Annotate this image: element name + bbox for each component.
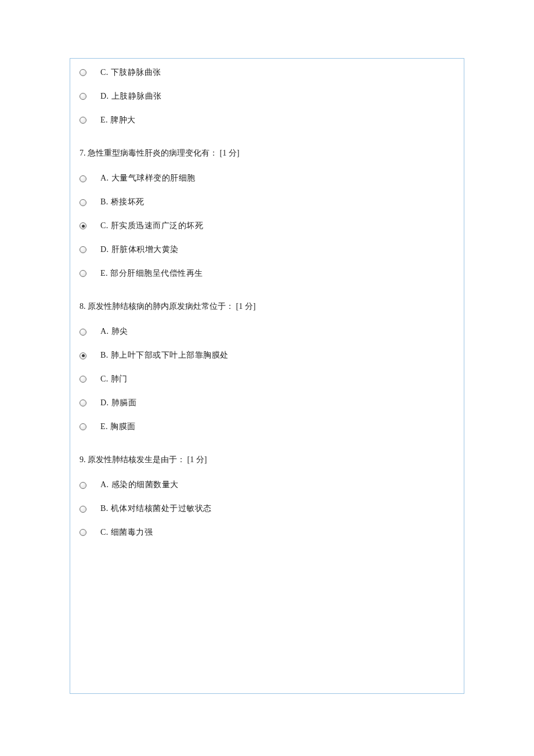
radio-icon[interactable] xyxy=(80,329,86,336)
radio-col xyxy=(80,175,100,182)
q9-option-c[interactable]: C. 细菌毒力强 xyxy=(80,521,454,545)
option-label: B. 肺上叶下部或下叶上部靠胸膜处 xyxy=(100,351,229,361)
question-text: 9. 原发性肺结核发生是由于： [1 分] xyxy=(80,455,207,464)
radio-icon[interactable] xyxy=(80,529,86,536)
radio-icon[interactable] xyxy=(80,69,86,76)
option-label: E. 脾肿大 xyxy=(100,116,136,125)
q7-option-a[interactable]: A. 大量气球样变的肝细胞 xyxy=(80,167,454,190)
q7-option-d[interactable]: D. 肝脏体积增大黄染 xyxy=(80,238,454,262)
radio-col xyxy=(80,117,100,124)
option-label: C. 下肢静脉曲张 xyxy=(100,68,161,78)
q8-option-a[interactable]: A. 肺尖 xyxy=(80,320,454,344)
question-text: 7. 急性重型病毒性肝炎的病理变化有： [1 分] xyxy=(80,149,239,157)
radio-icon[interactable] xyxy=(80,93,86,100)
radio-icon[interactable] xyxy=(80,117,86,124)
q8-option-d[interactable]: D. 肺膈面 xyxy=(80,391,454,415)
q6-option-c[interactable]: C. 下肢静脉曲张 xyxy=(80,64,454,85)
option-label: D. 肺膈面 xyxy=(100,398,136,408)
question-frame: C. 下肢静脉曲张 D. 上肢静脉曲张 E. 脾肿大 7. 急性重型病毒性肝炎的… xyxy=(70,58,464,694)
option-label: D. 肝脏体积增大黄染 xyxy=(100,245,179,255)
radio-col xyxy=(80,399,100,406)
radio-icon[interactable] xyxy=(80,482,86,489)
radio-icon[interactable] xyxy=(80,270,86,277)
radio-col xyxy=(80,376,100,383)
option-label: B. 机体对结核菌处于过敏状态 xyxy=(100,504,212,514)
radio-col xyxy=(80,69,100,76)
radio-icon[interactable] xyxy=(80,222,86,229)
option-label: A. 感染的细菌数量大 xyxy=(100,480,179,490)
option-label: D. 上肢静脉曲张 xyxy=(100,92,162,102)
radio-col xyxy=(80,93,100,100)
q9-option-b[interactable]: B. 机体对结核菌处于过敏状态 xyxy=(80,497,454,521)
q6-option-e[interactable]: E. 脾肿大 xyxy=(80,109,454,132)
q8-option-b[interactable]: B. 肺上叶下部或下叶上部靠胸膜处 xyxy=(80,344,454,368)
question-text: 8. 原发性肺结核病的肺内原发病灶常位于： [1 分] xyxy=(80,302,255,311)
radio-icon[interactable] xyxy=(80,199,86,206)
radio-col xyxy=(80,270,100,277)
option-label: A. 肺尖 xyxy=(100,327,128,337)
radio-icon[interactable] xyxy=(80,175,86,182)
radio-col xyxy=(80,329,100,336)
q8-option-e[interactable]: E. 胸膜面 xyxy=(80,415,454,439)
q9-text: 9. 原发性肺结核发生是由于： [1 分] xyxy=(80,438,454,473)
radio-icon[interactable] xyxy=(80,506,86,513)
radio-icon[interactable] xyxy=(80,423,86,430)
radio-icon[interactable] xyxy=(80,399,86,406)
radio-icon[interactable] xyxy=(80,352,86,359)
radio-col xyxy=(80,482,100,489)
option-label: B. 桥接坏死 xyxy=(100,197,145,207)
radio-icon[interactable] xyxy=(80,246,86,253)
radio-icon[interactable] xyxy=(80,376,86,383)
radio-col xyxy=(80,199,100,206)
page: C. 下肢静脉曲张 D. 上肢静脉曲张 E. 脾肿大 7. 急性重型病毒性肝炎的… xyxy=(0,0,534,756)
q6-option-d[interactable]: D. 上肢静脉曲张 xyxy=(80,85,454,109)
radio-col xyxy=(80,246,100,253)
option-label: C. 细菌毒力强 xyxy=(100,528,153,538)
q8-text: 8. 原发性肺结核病的肺内原发病灶常位于： [1 分] xyxy=(80,285,454,320)
q7-option-e[interactable]: E. 部分肝细胞呈代偿性再生 xyxy=(80,262,454,286)
radio-col xyxy=(80,222,100,229)
option-label: E. 胸膜面 xyxy=(100,422,136,432)
q9-option-a[interactable]: A. 感染的细菌数量大 xyxy=(80,473,454,497)
option-label: C. 肺门 xyxy=(100,375,128,384)
q7-option-c[interactable]: C. 肝实质迅速而广泛的坏死 xyxy=(80,214,454,238)
radio-col xyxy=(80,352,100,359)
option-label: C. 肝实质迅速而广泛的坏死 xyxy=(100,221,203,231)
radio-col xyxy=(80,529,100,536)
option-label: E. 部分肝细胞呈代偿性再生 xyxy=(100,269,203,279)
option-label: A. 大量气球样变的肝细胞 xyxy=(100,174,196,183)
q7-option-b[interactable]: B. 桥接坏死 xyxy=(80,190,454,214)
q8-option-c[interactable]: C. 肺门 xyxy=(80,368,454,391)
radio-col xyxy=(80,423,100,430)
radio-col xyxy=(80,506,100,513)
q7-text: 7. 急性重型病毒性肝炎的病理变化有： [1 分] xyxy=(80,132,454,167)
